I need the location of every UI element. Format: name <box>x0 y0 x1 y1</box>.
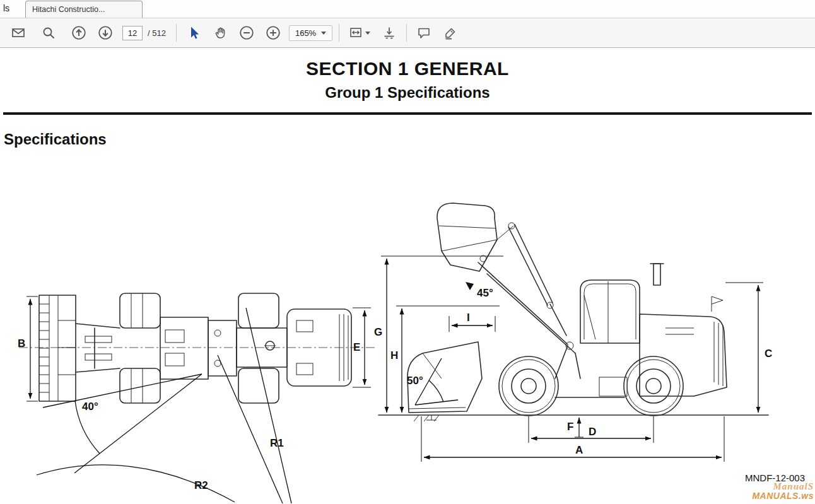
continuous-scroll-button[interactable] <box>378 22 400 44</box>
hand-icon <box>213 25 228 40</box>
tab-bar: ls Hitachi Constructio... <box>0 0 815 17</box>
zoom-level-value: 165% <box>295 28 316 38</box>
select-tool-button[interactable] <box>183 22 204 44</box>
dim-label-e: E <box>353 341 360 353</box>
section-title: SECTION 1 GENERAL <box>0 58 815 79</box>
previous-page-button[interactable] <box>68 22 90 44</box>
toolbar-separator <box>176 24 177 42</box>
dim-label-d: D <box>589 426 596 438</box>
document-tab-title: Hitachi Constructio... <box>32 5 105 14</box>
zoom-level-dropdown[interactable]: 165% <box>289 25 332 41</box>
search-button[interactable] <box>38 22 59 44</box>
watermark-site-text: MANUALS.ws <box>752 491 814 500</box>
side-view-drawing: 50° 45° <box>374 203 772 462</box>
hand-tool-button[interactable] <box>209 22 231 44</box>
scroll-mode-icon <box>382 25 397 40</box>
heading-divider <box>3 112 812 115</box>
pdf-toolbar: / 512 <box>0 18 815 48</box>
dim-label-c: C <box>765 348 772 360</box>
dim-label-g: G <box>374 326 382 338</box>
comment-button[interactable] <box>413 22 435 44</box>
pdf-viewer-window: ls Hitachi Constructio... <box>0 0 815 504</box>
plus-circle-icon <box>265 25 281 41</box>
zoom-out-button[interactable] <box>236 22 257 44</box>
dim-label-i: I <box>467 312 470 324</box>
page-up-icon <box>71 25 87 41</box>
envelope-icon <box>11 25 26 40</box>
tabbar-overflow-text[interactable]: ls <box>3 3 9 13</box>
angle-label-50: 50° <box>407 375 423 387</box>
loader-drawing-svg: B E 40° R1 R2 <box>0 188 815 504</box>
watermark-logo-text: ManualS <box>752 482 814 491</box>
highlight-button[interactable] <box>440 22 461 44</box>
toolbar-separator <box>406 24 407 42</box>
radius-label-r1: R1 <box>270 437 284 449</box>
dim-label-f: F <box>567 421 573 433</box>
next-page-button[interactable] <box>95 22 116 44</box>
specifications-heading: Specifications <box>4 131 815 148</box>
watermark: ManualS MANUALS.ws <box>752 482 814 500</box>
minus-circle-icon <box>238 25 255 41</box>
chevron-down-icon <box>321 32 326 35</box>
chevron-down-icon <box>365 32 370 35</box>
top-view-drawing: B E 40° R1 R2 <box>18 293 377 503</box>
document-tab[interactable]: Hitachi Constructio... <box>25 1 143 18</box>
dim-label-h: H <box>390 349 398 361</box>
search-icon <box>41 25 56 40</box>
comment-bubble-icon <box>416 25 431 40</box>
group-subtitle: Group 1 Specifications <box>0 84 815 102</box>
page-number-input[interactable] <box>122 26 143 40</box>
cursor-arrow-icon <box>186 25 201 40</box>
zoom-in-button[interactable] <box>262 22 284 44</box>
dim-label-a: A <box>575 444 583 456</box>
highlighter-pen-icon <box>443 25 458 40</box>
dim-label-b: B <box>18 337 25 349</box>
page-total-label: / 512 <box>148 28 166 38</box>
fit-page-icon <box>349 25 365 40</box>
page-down-icon <box>97 25 114 41</box>
angle-label-40: 40° <box>82 401 98 413</box>
dimension-diagram: B E 40° R1 R2 <box>0 188 815 504</box>
toolbar-separator <box>339 24 339 42</box>
fit-page-dropdown-button[interactable] <box>346 22 373 44</box>
angle-label-45: 45° <box>477 287 493 299</box>
radius-label-r2: R2 <box>194 479 208 491</box>
email-button[interactable] <box>8 22 29 44</box>
